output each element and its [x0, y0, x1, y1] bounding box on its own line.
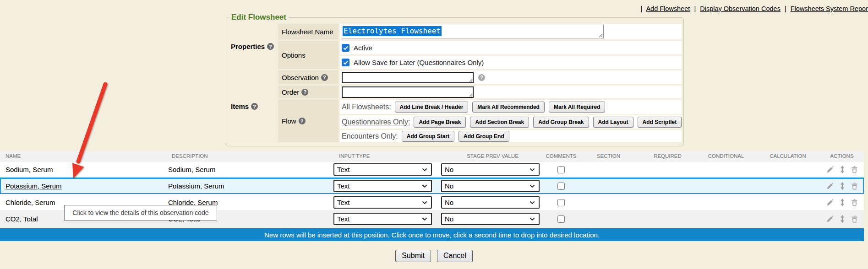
help-icon[interactable]: ? [478, 74, 485, 81]
comments-checkbox[interactable] [557, 199, 565, 206]
add-line-break-header-button[interactable]: Add Line Break / Header [395, 102, 469, 113]
add-group-break-button[interactable]: Add Group Break [533, 117, 589, 128]
chevron-down-icon [422, 201, 427, 204]
flowsheet-name-label: Flowsheet Name [278, 24, 338, 39]
add-group-start-button[interactable]: Add Group Start [402, 131, 454, 142]
observation-description: Potassium, Serum [168, 182, 224, 190]
option-active-row: Active [340, 41, 682, 54]
questionnaires-only-link[interactable]: Questionnaires Only: [342, 118, 410, 126]
help-icon[interactable]: ? [301, 89, 308, 96]
chevron-down-icon [530, 217, 535, 221]
allow-save-later-label: Allow Save for Later (Questionnaires Onl… [354, 59, 484, 66]
flowsheet-name-row: Electrolytes Flowsheet [340, 24, 682, 39]
resize-handle-icon[interactable] [598, 33, 603, 38]
cancel-button[interactable]: Cancel [437, 250, 473, 262]
items-group-label: Items ? [228, 70, 277, 142]
stage-prev-value-select[interactable]: No [441, 163, 540, 176]
observation-input[interactable] [342, 72, 474, 83]
observation-name-link[interactable]: Potassium, Serum [5, 182, 62, 190]
add-scriptlet-button[interactable]: Add Scriptlet [638, 117, 682, 128]
col-header-name: NAME [0, 153, 166, 159]
stage-prev-value-select[interactable]: No [441, 196, 540, 209]
link-separator: | [640, 5, 642, 12]
link-add-flowsheet[interactable]: Add Flowsheet [646, 5, 690, 12]
move-row-icon[interactable] [840, 182, 845, 190]
allow-save-later-checkbox[interactable] [342, 59, 349, 66]
chevron-down-icon [422, 217, 427, 221]
options-label: Options [278, 41, 338, 69]
move-row-icon[interactable] [840, 166, 845, 173]
link-flowsheets-system-report[interactable]: Flowsheets System Report [791, 5, 868, 12]
stage-prev-value-select[interactable]: No [441, 213, 540, 225]
input-type-select[interactable]: Text [333, 213, 432, 225]
add-section-break-button[interactable]: Add Section Break [470, 117, 529, 128]
submit-button[interactable]: Submit [395, 250, 431, 262]
chevron-down-icon [530, 184, 535, 188]
order-input[interactable] [342, 86, 474, 98]
help-icon[interactable]: ? [251, 103, 258, 110]
edit-icon[interactable] [826, 183, 834, 190]
comments-checkbox[interactable] [557, 215, 565, 223]
order-row [340, 86, 682, 98]
stage-prev-value-select[interactable]: No [441, 180, 540, 192]
resize-handle-icon[interactable] [469, 78, 473, 82]
observation-name-link[interactable]: CO2, Total [5, 215, 38, 223]
insert-position-bar[interactable]: New rows will be inserted at this positi… [0, 228, 864, 241]
all-flowsheets-row: All Flowsheets: Add Line Break / Header … [340, 100, 682, 114]
link-separator: | [785, 5, 786, 12]
delete-icon[interactable] [851, 166, 858, 173]
chevron-down-icon [422, 168, 427, 172]
comments-checkbox[interactable] [557, 183, 565, 190]
col-header-stage-prev-value: STAGE PREV VALUE [441, 153, 544, 159]
table-row: Sodium, Serum Sodium, Serum Text No [0, 161, 864, 178]
input-type-select[interactable]: Text [333, 180, 432, 192]
add-group-end-button[interactable]: Add Group End [459, 131, 509, 142]
questionnaires-only-row: Questionnaires Only: Add Page Break Add … [340, 115, 682, 129]
input-type-select[interactable]: Text [333, 163, 432, 176]
flowsheet-name-input[interactable]: Electrolytes Flowsheet [342, 25, 604, 38]
check-icon [343, 45, 349, 51]
add-page-break-button[interactable]: Add Page Break [414, 117, 466, 128]
move-row-icon[interactable] [840, 199, 845, 206]
move-row-icon[interactable] [840, 215, 845, 223]
mark-all-recommended-button[interactable]: Mark All Recommended [472, 102, 545, 113]
col-header-calculation: CALCULATION [756, 153, 820, 159]
footer-actions: Submit Cancel [0, 250, 868, 262]
col-header-section: SECTION [578, 153, 639, 159]
encounters-only-label: Encounters Only: [342, 132, 398, 140]
flowsheet-name-value: Electrolytes Flowsheet [343, 26, 442, 36]
observation-description: Sodium, Serum [168, 166, 215, 173]
edit-icon[interactable] [826, 199, 834, 206]
delete-icon[interactable] [851, 199, 858, 206]
chevron-down-icon [530, 201, 535, 204]
observation-name-link[interactable]: Chloride, Serum [5, 199, 55, 206]
link-display-observation-codes[interactable]: Display Observation Codes [700, 5, 781, 12]
col-header-conditional: CONDITIONAL [696, 153, 756, 159]
delete-icon[interactable] [851, 183, 858, 190]
resize-handle-icon[interactable] [469, 93, 473, 97]
flow-label: Flow ? [278, 100, 338, 142]
edit-flowsheet-fieldset: Edit Flowsheet Properties ? Flowsheet Na… [226, 13, 684, 146]
help-icon[interactable]: ? [321, 74, 328, 81]
col-header-actions: ACTIONS [820, 153, 864, 159]
link-separator: | [694, 5, 696, 12]
col-header-input-type: INPUT TYPE [333, 153, 441, 159]
table-row-selected: Potassium, Serum Potassium, Serum Text N… [0, 178, 864, 194]
edit-flowsheet-title: Edit Flowsheet [229, 13, 289, 22]
col-header-required: REQUIRED [639, 153, 696, 159]
edit-icon[interactable] [826, 215, 834, 223]
delete-icon[interactable] [851, 215, 858, 223]
mark-all-required-button[interactable]: Mark All Required [549, 102, 606, 113]
comments-checkbox[interactable] [557, 166, 565, 173]
order-label: Order ? [278, 86, 338, 98]
help-icon[interactable]: ? [299, 118, 306, 124]
help-icon[interactable]: ? [267, 43, 274, 50]
edit-icon[interactable] [826, 166, 834, 173]
active-checkbox-label: Active [354, 44, 372, 52]
top-nav-links: | Add Flowsheet | Display Observation Co… [638, 5, 868, 12]
observation-name-link[interactable]: Sodium, Serum [5, 166, 53, 173]
add-layout-button[interactable]: Add Layout [593, 117, 633, 128]
encounters-only-row: Encounters Only: Add Group Start Add Gro… [340, 130, 682, 142]
input-type-select[interactable]: Text [333, 196, 432, 209]
active-checkbox[interactable] [342, 44, 349, 52]
